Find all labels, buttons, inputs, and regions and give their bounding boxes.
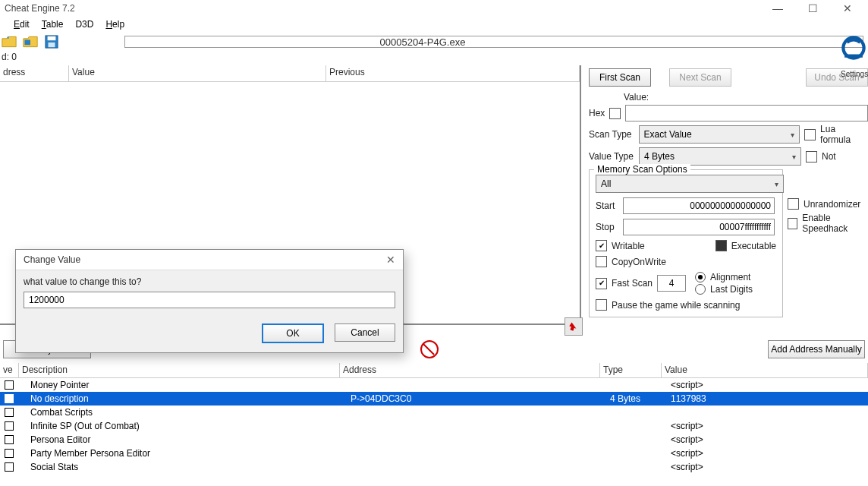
row-type	[607, 412, 668, 413]
dialog-value-input[interactable]	[24, 292, 395, 308]
row-value: <script>	[668, 461, 868, 473]
region-select[interactable]: All	[596, 175, 784, 193]
row-address	[348, 425, 607, 427]
row-type: 4 Bytes	[607, 393, 668, 405]
col-type[interactable]: Type	[600, 363, 662, 378]
row-description: Combat Scripts	[18, 406, 348, 418]
row-value: <script>	[668, 447, 868, 459]
menu-d3d[interactable]: D3D	[69, 17, 99, 31]
dialog-prompt: what value to change this to?	[24, 276, 395, 287]
scan-type-select[interactable]: Exact Value	[639, 125, 800, 144]
table-row[interactable]: Money Pointer<script>	[0, 378, 868, 392]
maximize-button[interactable]: ☐	[795, 0, 830, 17]
row-address	[348, 439, 607, 440]
row-description: Party Member Persona Editor	[18, 447, 348, 459]
table-row[interactable]: Persona Editor<script>	[0, 433, 868, 447]
active-checkbox[interactable]	[5, 408, 14, 417]
address-list[interactable]: ve Description Address Type Value Money …	[0, 363, 868, 486]
col-description[interactable]: Description	[19, 363, 340, 378]
row-type	[607, 425, 668, 427]
row-value: <script>	[668, 420, 868, 432]
col-value[interactable]: Value	[69, 65, 326, 82]
menu-edit-rest: dit	[20, 19, 30, 30]
settings-label: Settings	[841, 70, 866, 78]
col-value-h[interactable]: Value	[662, 363, 868, 378]
add-to-list-arrow-icon[interactable]	[565, 317, 583, 336]
executable-checkbox[interactable]	[715, 240, 727, 251]
col-address-h[interactable]: Address	[340, 363, 600, 378]
table-row[interactable]: No descriptionP->04DDC3C04 Bytes1137983	[0, 392, 868, 406]
row-address	[348, 453, 607, 454]
table-row[interactable]: Party Member Persona Editor<script>	[0, 447, 868, 460]
col-active[interactable]: ve	[0, 363, 19, 378]
hex-label: Hex	[589, 108, 605, 118]
lua-checkbox[interactable]	[804, 129, 816, 140]
unrandomizer-label: Unrandomizer	[804, 199, 860, 210]
not-checkbox[interactable]	[806, 151, 817, 163]
col-address[interactable]: dress	[0, 65, 69, 82]
start-label: Start	[596, 200, 618, 211]
close-button[interactable]: ✕	[830, 0, 865, 17]
dialog-ok-button[interactable]: OK	[262, 323, 324, 343]
cow-checkbox[interactable]	[596, 256, 607, 267]
fastscan-input[interactable]	[657, 275, 686, 292]
menu-table[interactable]: Table	[36, 17, 70, 31]
no-entry-icon[interactable]	[420, 340, 439, 358]
active-checkbox[interactable]	[5, 421, 14, 431]
row-value: <script>	[668, 434, 868, 446]
active-checkbox[interactable]	[5, 380, 14, 390]
scan-type-label: Scan Type	[589, 129, 634, 140]
row-address	[348, 384, 607, 386]
table-row[interactable]: Infinite SP (Out of Combat)<script>	[0, 419, 868, 433]
col-previous[interactable]: Previous	[326, 65, 580, 82]
row-type	[607, 453, 668, 454]
hex-checkbox[interactable]	[609, 108, 621, 119]
cow-label: CopyOnWrite	[612, 257, 666, 267]
active-checkbox[interactable]	[5, 394, 14, 403]
row-type	[607, 466, 668, 468]
fastscan-checkbox[interactable]	[596, 278, 607, 289]
minimize-button[interactable]: —	[760, 0, 795, 17]
table-row[interactable]: Combat Scripts	[0, 406, 868, 419]
dialog-cancel-button[interactable]: Cancel	[335, 323, 395, 342]
value-input[interactable]	[625, 105, 868, 122]
start-input[interactable]	[623, 197, 775, 214]
speedhack-checkbox[interactable]	[788, 218, 797, 229]
stop-input[interactable]	[623, 219, 775, 235]
change-value-dialog: Change Value ✕ what value to change this…	[15, 249, 404, 353]
writable-checkbox[interactable]	[596, 240, 607, 251]
value-label: Value:	[624, 92, 649, 103]
cheat-engine-logo-icon[interactable]: Settings	[841, 35, 866, 70]
first-scan-button[interactable]: First Scan	[589, 68, 651, 87]
row-address: P->04DDC3C0	[348, 393, 607, 405]
process-title: 00005204-P4G.exe	[0, 36, 845, 48]
row-address	[348, 412, 607, 413]
menu-edit[interactable]: Edit	[8, 17, 36, 31]
lua-label: Lua formula	[820, 124, 868, 145]
alignment-radio[interactable]	[695, 272, 706, 282]
lastdigits-radio[interactable]	[695, 284, 706, 295]
table-row[interactable]: Social Stats<script>	[0, 460, 868, 474]
row-type	[607, 384, 668, 386]
executable-label: Executable	[731, 241, 776, 251]
row-address	[348, 466, 607, 468]
value-type-select[interactable]: 4 Bytes	[639, 147, 801, 166]
menu-help[interactable]: Help	[99, 17, 131, 31]
alignment-label: Alignment	[710, 272, 750, 282]
row-type	[607, 439, 668, 440]
pause-checkbox[interactable]	[596, 299, 607, 311]
active-checkbox[interactable]	[5, 449, 14, 458]
svg-rect-5	[844, 55, 863, 58]
row-value: <script>	[668, 379, 868, 391]
dialog-close-button[interactable]: ✕	[386, 254, 395, 266]
row-description: No description	[18, 393, 348, 405]
add-address-manually-button[interactable]: Add Address Manually	[768, 340, 865, 358]
active-checkbox[interactable]	[5, 435, 14, 444]
next-scan-button[interactable]: Next Scan	[669, 68, 731, 87]
found-count: d: 0	[0, 52, 868, 65]
active-checkbox[interactable]	[5, 462, 14, 472]
unrandomizer-checkbox[interactable]	[788, 198, 799, 210]
row-description: Infinite SP (Out of Combat)	[18, 420, 348, 432]
not-label: Not	[822, 151, 836, 162]
window-title: Cheat Engine 7.2	[3, 3, 760, 14]
